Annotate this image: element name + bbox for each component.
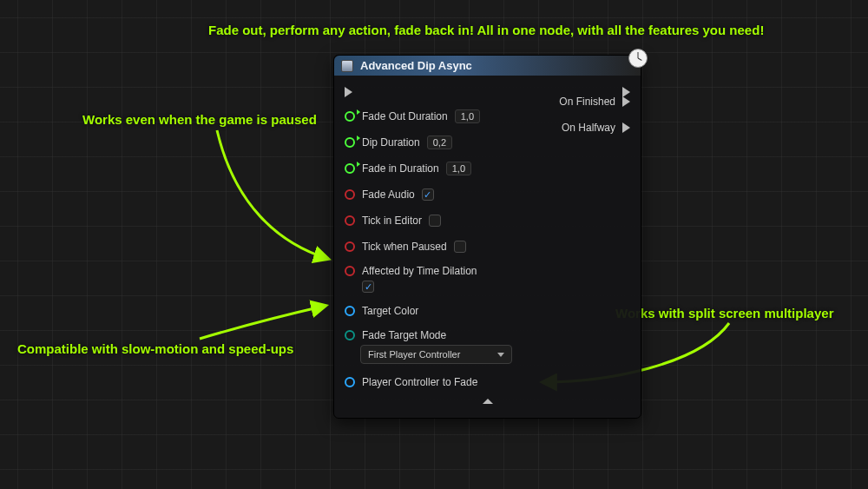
target-color-pin[interactable]: Target Color	[345, 303, 630, 319]
pin-label: On Finished	[559, 96, 615, 108]
node-body: Fade Out Duration 1,0 Dip Duration 0,2 F…	[334, 76, 641, 418]
fade-out-duration-value[interactable]: 1,0	[455, 109, 480, 123]
pin-label: Fade Target Mode	[362, 329, 446, 341]
pin-label: Target Color	[362, 305, 418, 317]
tick-when-paused-pin[interactable]: Tick when Paused	[345, 239, 630, 254]
exec-in-pin[interactable]	[345, 84, 352, 100]
fade-target-mode-value: First Player Controller	[368, 349, 460, 360]
clock-icon	[628, 49, 648, 68]
on-halfway-pin[interactable]: On Halfway	[559, 120, 630, 135]
float-pin-icon	[345, 137, 355, 148]
tick-in-editor-pin[interactable]: Tick in Editor	[345, 213, 630, 228]
pin-label: Affected by Time Dilation	[362, 265, 477, 277]
dip-duration-value[interactable]: 0,2	[427, 135, 452, 149]
splitscreen-annotation: Works with split screen multiplayer	[615, 306, 833, 320]
fade-audio-pin[interactable]: Fade Audio ✓	[345, 187, 630, 202]
affected-by-time-dilation-checkbox[interactable]: ✓	[362, 281, 374, 293]
tick-in-editor-checkbox[interactable]	[429, 215, 441, 227]
float-pin-icon	[345, 163, 355, 174]
object-pin-icon	[345, 377, 355, 387]
bool-pin-icon	[345, 266, 355, 276]
fade-target-mode-select[interactable]: First Player Controller	[360, 345, 512, 364]
exec-out-icon	[622, 96, 630, 107]
player-controller-to-fade-pin[interactable]: Player Controller to Fade	[345, 374, 630, 390]
tick-when-paused-checkbox[interactable]	[454, 241, 466, 253]
pin-label: Fade Audio	[362, 188, 415, 201]
node-icon	[341, 60, 353, 72]
pin-label: On Halfway	[562, 122, 615, 134]
affected-by-time-dilation-pin[interactable]: Affected by Time Dilation ✓	[345, 265, 630, 293]
pin-label: Tick in Editor	[362, 215, 422, 227]
dip-duration-pin[interactable]: Dip Duration 0,2	[345, 135, 630, 150]
bool-pin-icon	[345, 189, 355, 200]
chevron-down-icon	[497, 353, 504, 357]
tagline-annotation: Fade out, perform any action, fade back …	[208, 23, 764, 37]
pin-label: Fade Out Duration	[362, 110, 448, 122]
fade-in-duration-pin[interactable]: Fade in Duration 1,0	[345, 161, 630, 176]
blueprint-node[interactable]: Advanced Dip Async Fade Out Duration 1,0…	[333, 55, 641, 419]
fade-target-mode-pin[interactable]: Fade Target Mode First Player Controller	[345, 329, 630, 364]
pin-label: Player Controller to Fade	[362, 376, 477, 388]
timedilation-annotation: Compatible with slow-motion and speed-up…	[17, 341, 293, 356]
exec-out-icon	[622, 122, 630, 133]
expand-chevron[interactable]	[345, 390, 630, 413]
enum-pin-icon	[345, 330, 355, 340]
pin-label: Dip Duration	[362, 136, 420, 149]
node-header[interactable]: Advanced Dip Async	[334, 56, 641, 76]
node-title: Advanced Dip Async	[360, 59, 472, 72]
float-pin-icon	[345, 111, 355, 122]
paused-annotation: Works even when the game is paused	[82, 112, 317, 127]
bool-pin-icon	[345, 215, 355, 226]
fade-audio-checkbox[interactable]: ✓	[422, 188, 434, 201]
bool-pin-icon	[345, 241, 355, 252]
fade-in-duration-value[interactable]: 1,0	[446, 162, 471, 175]
pin-label: Fade in Duration	[362, 162, 439, 175]
pin-label: Tick when Paused	[362, 241, 447, 253]
on-finished-pin[interactable]: On Finished	[559, 94, 630, 109]
chevron-up-icon	[483, 399, 493, 404]
color-pin-icon	[345, 306, 355, 316]
